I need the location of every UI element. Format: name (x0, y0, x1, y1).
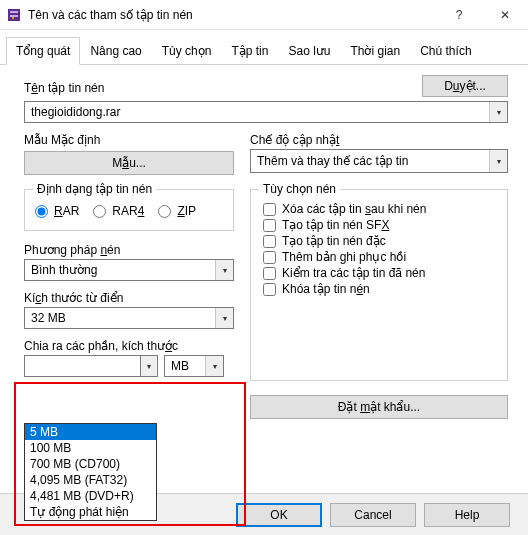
update-mode-label: Chế độ cập nhật (250, 133, 508, 147)
split-unit-combo[interactable]: MB ▾ (164, 355, 224, 377)
chevron-down-icon: ▾ (215, 308, 233, 328)
opt-recovery[interactable]: Thêm bản ghi phục hồi (263, 250, 495, 264)
archive-name-label: Tên tập tin nén (24, 81, 104, 95)
chevron-down-icon: ▾ (489, 102, 507, 122)
update-mode-combo[interactable]: Thêm và thay thế các tập tin ▾ (250, 149, 508, 173)
format-legend: Định dạng tập tin nén (33, 182, 156, 196)
window-title: Tên và các tham số tập tin nén (28, 8, 436, 22)
method-label: Phương pháp nén (24, 243, 234, 257)
tab-strip: Tổng quát Nâng cao Tùy chọn Tập tin Sao … (0, 30, 528, 65)
app-icon (6, 7, 22, 23)
split-option[interactable]: 100 MB (25, 440, 156, 456)
dict-label: Kích thước từ điển (24, 291, 234, 305)
tab-general[interactable]: Tổng quát (6, 37, 80, 65)
compression-method-combo[interactable]: Bình thường ▾ (24, 259, 234, 281)
browse-button[interactable]: Duyệt... (422, 75, 508, 97)
chevron-down-icon: ▾ (489, 150, 507, 172)
opt-sfx[interactable]: Tạo tập tin nén SFX (263, 218, 495, 232)
svg-rect-2 (10, 15, 18, 17)
chevron-down-icon: ▾ (215, 260, 233, 280)
format-group: Định dạng tập tin nén RAR RAR4 ZIP (24, 189, 234, 231)
close-button[interactable]: ✕ (482, 0, 528, 30)
set-password-button[interactable]: Đặt mật khẩu... (250, 395, 508, 419)
compression-options-legend: Tùy chọn nén (259, 182, 340, 196)
split-label: Chia ra các phần, kích thước (24, 339, 234, 353)
archive-name-value: thegioididong.rar (25, 103, 489, 121)
ok-button[interactable]: OK (236, 503, 322, 527)
svg-rect-3 (12, 17, 14, 19)
close-icon: ✕ (500, 8, 510, 22)
chevron-down-icon: ▾ (205, 356, 223, 376)
opt-delete-after[interactable]: Xóa các tập tin sau khi nén (263, 202, 495, 216)
format-rar[interactable]: RAR (35, 204, 79, 218)
opt-solid[interactable]: Tạo tập tin nén đặc (263, 234, 495, 248)
title-bar: Tên và các tham số tập tin nén ? ✕ (0, 0, 528, 30)
help-icon: ? (456, 8, 463, 22)
chevron-down-icon[interactable]: ▾ (140, 355, 158, 377)
split-option[interactable]: 4,481 MB (DVD+R) (25, 488, 156, 504)
split-option[interactable]: Tự động phát hiện (25, 504, 156, 520)
format-rar4[interactable]: RAR4 (93, 204, 144, 218)
tab-files[interactable]: Tập tin (221, 37, 278, 65)
update-mode-value: Thêm và thay thế các tập tin (251, 152, 489, 170)
tab-time[interactable]: Thời gian (340, 37, 410, 65)
tab-options[interactable]: Tùy chọn (152, 37, 222, 65)
split-unit-value: MB (165, 357, 205, 375)
help-button[interactable]: ? (436, 0, 482, 30)
split-size-input[interactable] (24, 355, 140, 377)
compression-options-group: Tùy chọn nén Xóa các tập tin sau khi nén… (250, 189, 508, 381)
compression-method-value: Bình thường (25, 261, 215, 279)
split-option[interactable]: 4,095 MB (FAT32) (25, 472, 156, 488)
split-size-dropdown[interactable]: 5 MB 100 MB 700 MB (CD700) 4,095 MB (FAT… (24, 423, 157, 521)
split-option[interactable]: 700 MB (CD700) (25, 456, 156, 472)
svg-rect-1 (10, 11, 18, 13)
profiles-button[interactable]: Mẫu... (24, 151, 234, 175)
tab-comment[interactable]: Chú thích (410, 37, 481, 65)
cancel-button[interactable]: Cancel (330, 503, 416, 527)
dictionary-size-combo[interactable]: 32 MB ▾ (24, 307, 234, 329)
opt-test[interactable]: Kiểm tra các tập tin đã nén (263, 266, 495, 280)
tab-advanced[interactable]: Nâng cao (80, 37, 151, 65)
tab-backup[interactable]: Sao lưu (278, 37, 340, 65)
split-size-combo[interactable]: ▾ (24, 355, 158, 377)
help-button-bottom[interactable]: Help (424, 503, 510, 527)
archive-name-combo[interactable]: thegioididong.rar ▾ (24, 101, 508, 123)
format-zip[interactable]: ZIP (158, 204, 196, 218)
profile-label: Mẫu Mặc định (24, 133, 234, 147)
opt-lock[interactable]: Khóa tập tin nén (263, 282, 495, 296)
dictionary-size-value: 32 MB (25, 309, 215, 327)
split-option[interactable]: 5 MB (25, 424, 156, 440)
